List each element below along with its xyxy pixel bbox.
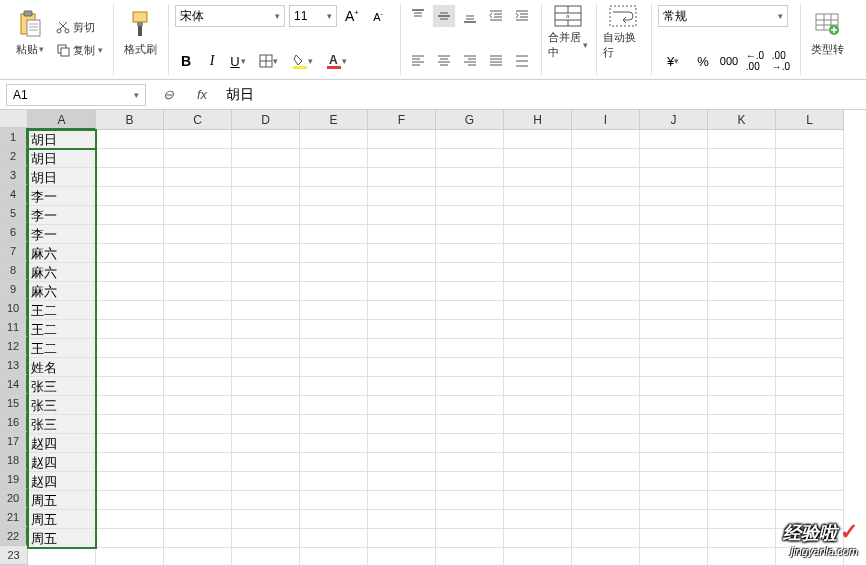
cell[interactable] [368,339,436,358]
cell[interactable] [232,282,300,301]
cell[interactable] [572,529,640,548]
cell[interactable] [572,415,640,434]
cell[interactable] [640,453,708,472]
cell[interactable] [708,320,776,339]
cell[interactable] [96,377,164,396]
cell[interactable] [300,320,368,339]
row-header-20[interactable]: 20 [0,489,28,508]
cell[interactable] [436,244,504,263]
cell[interactable] [640,263,708,282]
cell[interactable] [708,415,776,434]
cell[interactable] [96,282,164,301]
cell[interactable] [504,529,572,548]
cut-button[interactable]: 剪切 [54,17,105,37]
row-header-11[interactable]: 11 [0,318,28,337]
cell[interactable] [96,301,164,320]
cell[interactable] [368,472,436,491]
cell[interactable] [96,491,164,510]
cell[interactable] [504,301,572,320]
row-header-3[interactable]: 3 [0,166,28,185]
cell[interactable] [300,358,368,377]
cell[interactable] [708,130,776,149]
cell[interactable] [640,415,708,434]
row-header-12[interactable]: 12 [0,337,28,356]
decrease-font-button[interactable]: A- [367,5,389,27]
cell[interactable] [504,320,572,339]
cell[interactable] [232,434,300,453]
row-header-8[interactable]: 8 [0,261,28,280]
cell[interactable] [368,548,436,565]
cell[interactable] [368,377,436,396]
cell[interactable] [96,225,164,244]
cell[interactable]: 王二 [28,320,96,339]
cell[interactable] [232,130,300,149]
col-header-D[interactable]: D [232,110,300,130]
cell[interactable] [504,453,572,472]
cell[interactable] [640,206,708,225]
cell[interactable] [776,396,844,415]
cell[interactable]: 麻六 [28,244,96,263]
row-header-23[interactable]: 23 [0,546,28,565]
cell[interactable] [436,168,504,187]
cell[interactable] [504,491,572,510]
align-right-button[interactable] [459,50,481,72]
cell[interactable] [164,168,232,187]
cell[interactable] [504,510,572,529]
cell[interactable]: 周五 [28,529,96,548]
copy-button[interactable]: 复制 ▾ [54,40,105,60]
cell[interactable] [708,168,776,187]
cell[interactable] [640,396,708,415]
currency-button[interactable]: ¥▾ [658,50,688,72]
cell[interactable] [300,225,368,244]
font-color-button[interactable]: A ▾ [321,50,351,72]
cell[interactable] [96,434,164,453]
cell[interactable] [436,358,504,377]
cell[interactable] [708,282,776,301]
cell[interactable] [776,149,844,168]
cell[interactable] [640,320,708,339]
cell[interactable] [504,168,572,187]
cell[interactable] [232,168,300,187]
cell[interactable] [300,130,368,149]
cell[interactable] [300,339,368,358]
type-convert-button[interactable]: 类型转 [807,4,847,60]
cell[interactable]: 赵四 [28,434,96,453]
cell[interactable] [300,187,368,206]
cell[interactable] [640,510,708,529]
cell[interactable] [708,529,776,548]
formula-input[interactable] [222,84,860,106]
cell[interactable] [164,396,232,415]
cell[interactable] [776,358,844,377]
cell[interactable] [300,434,368,453]
cell[interactable] [300,510,368,529]
cell[interactable] [776,130,844,149]
cell[interactable] [572,339,640,358]
cell[interactable] [164,225,232,244]
cell[interactable] [436,320,504,339]
underline-button[interactable]: U▾ [227,50,249,72]
cell[interactable] [164,377,232,396]
cell[interactable] [232,548,300,565]
cell[interactable] [640,377,708,396]
cell[interactable] [164,187,232,206]
cell[interactable]: 王二 [28,339,96,358]
cell[interactable] [232,187,300,206]
cell[interactable] [96,396,164,415]
cell[interactable] [368,396,436,415]
cell[interactable] [504,472,572,491]
cell[interactable] [640,339,708,358]
cell[interactable] [708,225,776,244]
cell[interactable] [368,320,436,339]
col-header-L[interactable]: L [776,110,844,130]
cell[interactable] [708,472,776,491]
cell[interactable] [96,187,164,206]
cell[interactable] [96,339,164,358]
cell[interactable] [776,244,844,263]
cell[interactable] [96,320,164,339]
cell[interactable] [368,168,436,187]
cell[interactable] [776,510,844,529]
cell[interactable] [96,415,164,434]
cell[interactable] [300,149,368,168]
cell[interactable] [572,206,640,225]
cell[interactable] [300,206,368,225]
